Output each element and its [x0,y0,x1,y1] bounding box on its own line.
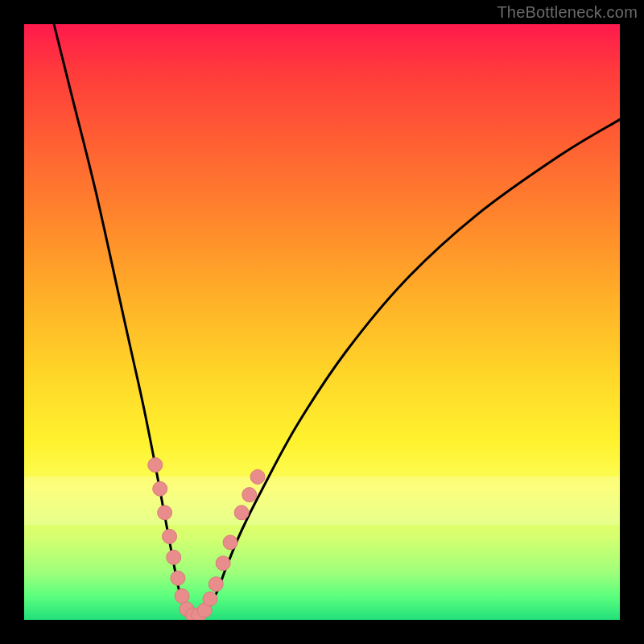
dot-group [148,458,265,620]
curve-left-branch [54,24,190,617]
data-dot [163,529,177,543]
chart-frame: TheBottleneck.com [0,0,644,644]
data-dot [153,481,167,496]
data-dot [250,469,265,484]
data-dot [148,458,163,473]
data-dot [242,488,257,502]
data-dot [208,577,223,592]
data-dot [203,592,217,606]
watermark-text: TheBottleneck.com [497,3,638,22]
data-dot [223,535,237,550]
curve-group [54,24,620,617]
plot-area [24,24,620,620]
data-dot [167,550,181,564]
data-dot [175,588,189,603]
curve-right-branch [203,119,620,617]
data-dot [216,556,230,571]
data-dot [234,506,249,520]
chart-svg [24,24,620,620]
data-dot [171,571,185,585]
data-dot [158,506,172,520]
